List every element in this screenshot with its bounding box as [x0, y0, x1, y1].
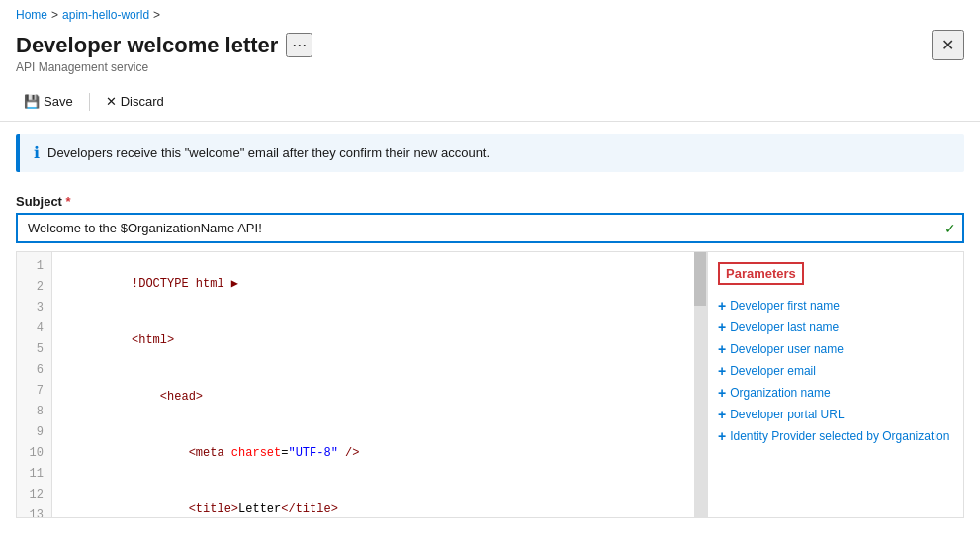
discard-label: Discard [121, 94, 164, 109]
save-label: Save [44, 94, 73, 109]
parameters-list: +Developer first name+Developer last nam… [718, 295, 953, 447]
param-label: Organization name [730, 386, 830, 400]
page-header: Developer welcome letter ··· ✕ [0, 26, 980, 60]
param-label: Developer first name [730, 299, 840, 313]
parameters-panel: Parameters +Developer first name+Develop… [707, 251, 964, 518]
breadcrumb-sep2: > [153, 8, 160, 22]
code-line-2: <html> [60, 313, 686, 369]
subject-input[interactable] [16, 213, 964, 243]
discard-icon: ✕ [106, 94, 117, 109]
main-content: 1 2 3 4 5 6 7 8 9 10 11 12 13 14 15 !DOC… [16, 251, 964, 518]
param-item[interactable]: +Developer portal URL [718, 404, 953, 425]
code-line-5: <title>Letter</title> [60, 482, 686, 517]
param-item[interactable]: +Identity Provider selected by Organizat… [718, 425, 953, 447]
check-icon: ✓ [944, 221, 956, 236]
page-title: Developer welcome letter [16, 33, 278, 58]
breadcrumb-sep1: > [51, 8, 58, 22]
param-plus-icon: + [718, 341, 726, 357]
code-content[interactable]: !DOCTYPE html ▶ <html> <head> <meta char… [52, 252, 694, 517]
info-icon: ℹ [34, 143, 40, 162]
breadcrumb-home[interactable]: Home [16, 8, 47, 22]
page-subtitle: API Management service [0, 60, 980, 82]
line-numbers: 1 2 3 4 5 6 7 8 9 10 11 12 13 14 15 [17, 252, 52, 517]
param-plus-icon: + [718, 385, 726, 401]
parameters-title: Parameters [718, 262, 804, 285]
param-label: Developer last name [730, 320, 839, 334]
breadcrumb-apim[interactable]: apim-hello-world [62, 8, 149, 22]
param-item[interactable]: +Developer first name [718, 295, 953, 317]
toolbar-separator [89, 93, 90, 111]
param-item[interactable]: +Developer email [718, 360, 953, 382]
subject-label: Subject * [16, 194, 964, 209]
subject-section: Subject * ✓ [0, 184, 980, 243]
code-line-3: <head> [60, 369, 686, 425]
param-plus-icon: + [718, 428, 726, 444]
param-plus-icon: + [718, 407, 726, 422]
required-asterisk: * [66, 194, 71, 209]
breadcrumb: Home > apim-hello-world > [0, 0, 980, 26]
discard-button[interactable]: ✕ Discard [98, 90, 172, 113]
toolbar: 💾 Save ✕ Discard [0, 82, 980, 122]
ellipsis-button[interactable]: ··· [286, 33, 312, 57]
save-icon: 💾 [24, 94, 40, 109]
close-button[interactable]: ✕ [932, 30, 964, 60]
param-item[interactable]: +Developer user name [718, 338, 953, 360]
save-button[interactable]: 💾 Save [16, 90, 81, 113]
code-line-1: !DOCTYPE html ▶ [60, 256, 686, 313]
param-plus-icon: + [718, 363, 726, 379]
param-item[interactable]: +Organization name [718, 382, 953, 404]
scrollbar[interactable] [694, 252, 706, 517]
info-banner: ℹ Developers receive this "welcome" emai… [16, 134, 964, 172]
param-item[interactable]: +Developer last name [718, 317, 953, 338]
subject-input-wrapper: ✓ [16, 213, 964, 243]
code-editor[interactable]: 1 2 3 4 5 6 7 8 9 10 11 12 13 14 15 !DOC… [16, 251, 707, 518]
param-label: Developer user name [730, 342, 844, 356]
code-line-4: <meta charset="UTF-8" /> [60, 425, 686, 482]
param-label: Developer email [730, 364, 816, 378]
param-plus-icon: + [718, 320, 726, 335]
info-text: Developers receive this "welcome" email … [47, 145, 490, 160]
param-plus-icon: + [718, 298, 726, 314]
param-label: Developer portal URL [730, 408, 844, 421]
param-label: Identity Provider selected by Organizati… [730, 429, 949, 443]
